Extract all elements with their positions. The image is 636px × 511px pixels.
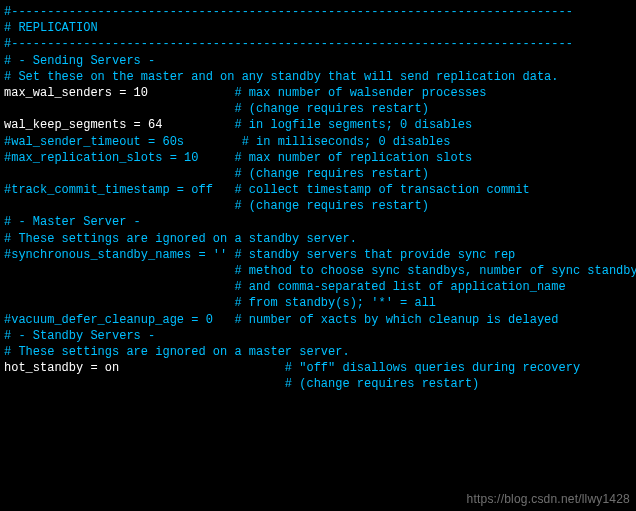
setting-wal-keep-segments: wal_keep_segments = 64 bbox=[4, 118, 162, 132]
config-line: #---------------------------------------… bbox=[4, 36, 632, 52]
comment: # "off" disallows queries during recover… bbox=[119, 361, 580, 375]
config-line: # These settings are ignored on a master… bbox=[4, 344, 632, 360]
config-line: #wal_sender_timeout = 60s # in milliseco… bbox=[4, 134, 632, 150]
config-line: #synchronous_standby_names = '' # standb… bbox=[4, 247, 632, 263]
config-line: # - Sending Servers - bbox=[4, 53, 632, 69]
config-line: # from standby(s); '*' = all bbox=[4, 295, 632, 311]
config-line: max_wal_senders = 10 # max number of wal… bbox=[4, 85, 632, 101]
config-line: wal_keep_segments = 64 # in logfile segm… bbox=[4, 117, 632, 133]
config-line: # - Master Server - bbox=[4, 214, 632, 230]
config-line: hot_standby = on # "off" disallows queri… bbox=[4, 360, 632, 376]
config-line: # (change requires restart) bbox=[4, 198, 632, 214]
config-line: # Set these on the master and on any sta… bbox=[4, 69, 632, 85]
config-file-view: #---------------------------------------… bbox=[4, 4, 632, 393]
watermark-text: https://blog.csdn.net/llwy1428 bbox=[467, 491, 630, 507]
config-line: #track_commit_timestamp = off # collect … bbox=[4, 182, 632, 198]
config-line: #max_replication_slots = 10 # max number… bbox=[4, 150, 632, 166]
comment: # max number of walsender processes bbox=[148, 86, 486, 100]
config-line: # method to choose sync standbys, number… bbox=[4, 263, 632, 279]
setting-max-wal-senders: max_wal_senders = 10 bbox=[4, 86, 148, 100]
config-line: # and comma-separated list of applicatio… bbox=[4, 279, 632, 295]
config-line: #vacuum_defer_cleanup_age = 0 # number o… bbox=[4, 312, 632, 328]
setting-hot-standby: hot_standby = on bbox=[4, 361, 119, 375]
config-line: # REPLICATION bbox=[4, 20, 632, 36]
config-line: # - Standby Servers - bbox=[4, 328, 632, 344]
config-line: # (change requires restart) bbox=[4, 101, 632, 117]
config-line: # (change requires restart) bbox=[4, 376, 632, 392]
config-line: # (change requires restart) bbox=[4, 166, 632, 182]
config-line: #---------------------------------------… bbox=[4, 4, 632, 20]
config-line: # These settings are ignored on a standb… bbox=[4, 231, 632, 247]
comment: # in logfile segments; 0 disables bbox=[162, 118, 472, 132]
